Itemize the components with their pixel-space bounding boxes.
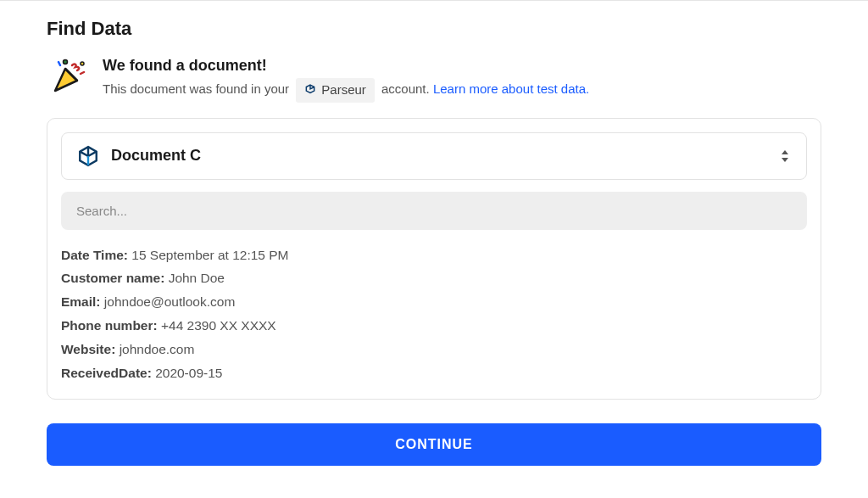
chip-label: Parseur [321, 81, 366, 100]
field-value: 2020-09-15 [155, 366, 222, 380]
field-label: Customer name: [61, 271, 164, 285]
field-value: John Doe [169, 271, 225, 285]
field-value: johndoe.com [120, 342, 195, 356]
found-subtext: This document was found in your Parseur … [103, 78, 821, 103]
parseur-logo-icon [77, 145, 99, 167]
field-row: Email: johndoe@outlook.com [61, 290, 807, 314]
found-prefix: This document was found in your [103, 81, 289, 96]
field-label: Phone number: [61, 318, 158, 333]
learn-more-link[interactable]: Learn more about test data. [433, 81, 589, 96]
field-value: +44 2390 XX XXXX [161, 318, 276, 333]
found-suffix: account. [381, 81, 430, 96]
field-label: Email: [61, 294, 101, 309]
field-row: Phone number: +44 2390 XX XXXX [61, 314, 807, 338]
svg-point-0 [64, 60, 68, 64]
document-card: Document C Date Time: 15 September at 12… [47, 118, 821, 400]
field-value: 15 September at 12:15 PM [131, 248, 288, 262]
parseur-icon [304, 84, 316, 96]
chevron-sort-icon [779, 148, 791, 164]
svg-point-1 [81, 62, 84, 65]
field-label: Website: [61, 342, 115, 356]
document-name: Document C [111, 147, 201, 165]
field-row: ReceivedDate: 2020-09-15 [61, 361, 807, 385]
field-label: Date Time: [61, 248, 128, 262]
found-document-banner: We found a document! This document was f… [47, 57, 821, 103]
field-row: Customer name: John Doe [61, 266, 807, 290]
continue-button[interactable]: CONTINUE [47, 423, 821, 466]
page-title: Find Data [47, 18, 821, 40]
field-row: Date Time: 15 September at 12:15 PM [61, 243, 807, 267]
integration-chip: Parseur [296, 78, 375, 103]
document-select[interactable]: Document C [61, 132, 807, 180]
field-value: johndoe@outlook.com [104, 294, 235, 309]
document-fields: Date Time: 15 September at 12:15 PM Cust… [61, 243, 807, 385]
field-label: ReceivedDate: [61, 366, 152, 380]
found-heading: We found a document! [103, 57, 821, 75]
search-input[interactable] [61, 192, 807, 230]
field-row: Website: johndoe.com [61, 338, 807, 361]
celebrate-icon [47, 57, 87, 98]
